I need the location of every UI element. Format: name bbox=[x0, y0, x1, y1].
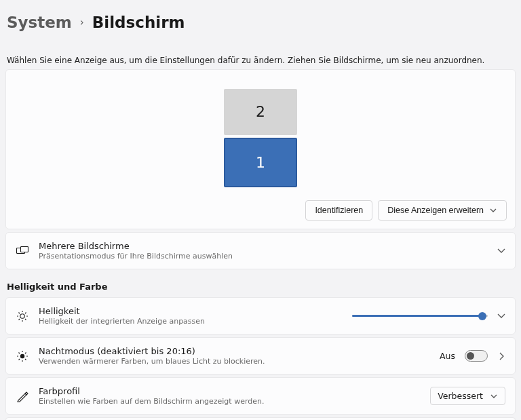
multiple-displays-sub: Präsentationsmodus für Ihre Bildschirme … bbox=[39, 252, 488, 261]
colorprofile-title: Farbprofil bbox=[39, 386, 421, 396]
multiple-displays-icon bbox=[16, 246, 29, 256]
section-brightness-color: Helligkeit und Farbe bbox=[7, 282, 514, 292]
chevron-right-icon bbox=[497, 352, 505, 360]
page-title: Bildschirm bbox=[92, 14, 185, 31]
svg-line-17 bbox=[25, 359, 26, 360]
nightlight-text: Nachtmodus (deaktiviert bis 20:16) Verwe… bbox=[39, 346, 430, 366]
nightlight-toggle[interactable] bbox=[465, 350, 488, 362]
display-arrangement-card: 2 1 Identifizieren Diese Anzeigen erweit… bbox=[5, 69, 516, 229]
chevron-down-icon bbox=[489, 208, 497, 212]
svg-line-8 bbox=[25, 319, 26, 320]
brightness-sub: Helligkeit der integrierten Anzeige anpa… bbox=[39, 317, 343, 326]
breadcrumb-parent[interactable]: System bbox=[7, 14, 72, 31]
breadcrumb: System › Bildschirm bbox=[5, 0, 516, 37]
chevron-down-icon bbox=[490, 394, 498, 398]
svg-line-7 bbox=[19, 312, 20, 313]
svg-rect-1 bbox=[21, 246, 28, 252]
nightlight-sub: Verwenden wärmerer Farben, um blaues Lic… bbox=[39, 357, 430, 366]
svg-line-19 bbox=[25, 352, 26, 354]
svg-line-9 bbox=[19, 319, 20, 320]
svg-line-16 bbox=[19, 352, 20, 354]
multiple-displays-row[interactable]: Mehrere Bildschirme Präsentationsmodus f… bbox=[5, 232, 516, 269]
colorprofile-sub: Einstellen wie Farben auf dem Bildschirm… bbox=[39, 397, 421, 406]
nightlight-title: Nachtmodus (deaktiviert bis 20:16) bbox=[39, 346, 430, 356]
svg-line-18 bbox=[19, 359, 20, 360]
brightness-text: Helligkeit Helligkeit der integrierten A… bbox=[39, 306, 343, 326]
chevron-down-icon bbox=[497, 313, 505, 318]
nightlight-row[interactable]: Nachtmodus (deaktiviert bis 20:16) Verwe… bbox=[5, 337, 516, 375]
brightness-slider[interactable] bbox=[352, 311, 488, 322]
chevron-right-icon: › bbox=[80, 16, 84, 28]
nightlight-icon bbox=[16, 350, 29, 362]
nightlight-state: Aus bbox=[440, 351, 455, 361]
svg-point-2 bbox=[20, 313, 24, 318]
multiple-displays-title: Mehrere Bildschirme bbox=[39, 241, 488, 251]
extend-label: Diese Anzeigen erweitern bbox=[387, 206, 484, 215]
brightness-icon bbox=[16, 310, 29, 322]
monitor-1[interactable]: 1 bbox=[224, 138, 297, 187]
colorprofile-text: Farbprofil Einstellen wie Farben auf dem… bbox=[39, 386, 421, 406]
brightness-row[interactable]: Helligkeit Helligkeit der integrierten A… bbox=[5, 297, 516, 335]
chevron-down-icon bbox=[497, 248, 505, 253]
colorprofile-dropdown[interactable]: Verbessert bbox=[430, 387, 505, 405]
display-arrangement-area[interactable]: 2 1 bbox=[6, 70, 515, 192]
identify-button[interactable]: Identifizieren bbox=[305, 200, 372, 221]
brightness-title: Helligkeit bbox=[39, 306, 343, 316]
colorprofile-row[interactable]: Farbprofil Einstellen wie Farben auf dem… bbox=[5, 377, 516, 415]
monitor-2[interactable]: 2 bbox=[224, 89, 297, 135]
display-arrange-helper: Wählen Sie eine Anzeige aus, um die Eins… bbox=[7, 56, 514, 65]
multiple-displays-text: Mehrere Bildschirme Präsentationsmodus f… bbox=[39, 241, 488, 261]
colorprofile-icon bbox=[16, 390, 29, 402]
identify-label: Identifizieren bbox=[315, 206, 363, 215]
colorprofile-value: Verbessert bbox=[438, 391, 483, 401]
svg-line-10 bbox=[25, 312, 26, 313]
extend-displays-dropdown[interactable]: Diese Anzeigen erweitern bbox=[378, 200, 507, 221]
display-arrangement-footer: Identifizieren Diese Anzeigen erweitern bbox=[6, 192, 515, 229]
svg-point-11 bbox=[20, 354, 24, 358]
next-row-partial bbox=[5, 417, 516, 420]
